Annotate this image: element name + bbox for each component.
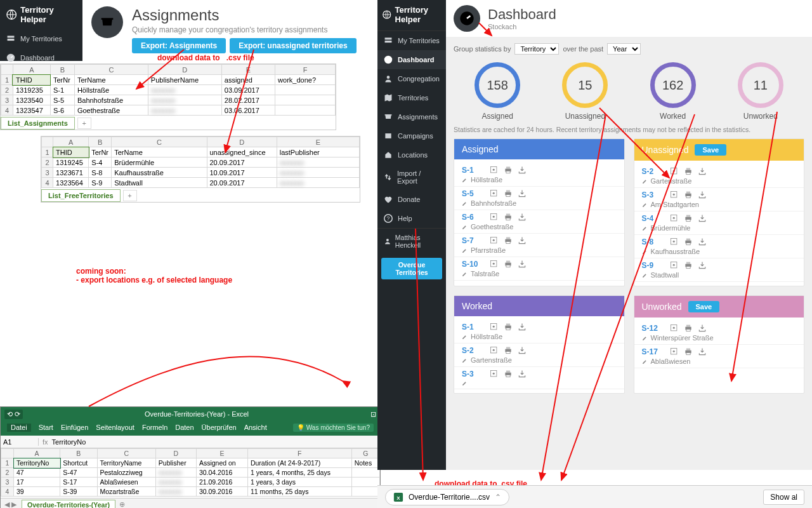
territory-row[interactable]: S-7Pfarrstraße: [454, 234, 624, 257]
ribbon-tab[interactable]: Überprüfen: [202, 424, 237, 432]
nav-my-territories[interactable]: My Territories: [0, 29, 82, 48]
download-icon[interactable]: [698, 324, 707, 333]
download-icon[interactable]: [518, 370, 527, 378]
map-icon[interactable]: [670, 190, 679, 199]
map-icon[interactable]: [490, 370, 499, 378]
territory-row[interactable]: S-4Brüdermühle: [634, 211, 804, 235]
excel-grid[interactable]: ABCDEFG1TerritoryNoShortcutTerritoryName…: [1, 448, 380, 498]
download-icon[interactable]: [698, 214, 707, 223]
export-assignments-button[interactable]: Export: Assignments: [132, 38, 226, 53]
map-icon[interactable]: [670, 324, 679, 333]
download-icon[interactable]: [698, 237, 707, 246]
map-icon[interactable]: [490, 213, 499, 222]
download-chip[interactable]: Overdue-Territorie....csv ⌃: [385, 489, 509, 505]
map-icon[interactable]: [490, 346, 499, 355]
sheet-tab[interactable]: List_FreeTerritories: [41, 189, 121, 202]
ribbon-tab[interactable]: Seitenlayout: [96, 424, 134, 432]
print-icon[interactable]: [684, 347, 693, 356]
map-icon[interactable]: [670, 214, 679, 223]
filter-period[interactable]: Year: [607, 43, 641, 55]
save-button[interactable]: Save: [688, 301, 720, 312]
add-sheet-button[interactable]: +: [77, 117, 91, 129]
nav-congregation[interactable]: Congregation: [377, 69, 446, 88]
excel-ribbon[interactable]: DateiStartEinfügenSeitenlayoutFormelnDat…: [1, 421, 380, 436]
show-all-button[interactable]: Show al: [763, 490, 804, 505]
tellme-box[interactable]: 💡 Was möchten Sie tun?: [293, 424, 374, 432]
print-icon[interactable]: [504, 370, 513, 378]
print-icon[interactable]: [684, 167, 693, 176]
download-icon[interactable]: [518, 260, 527, 269]
print-icon[interactable]: [504, 236, 513, 245]
map-icon[interactable]: [490, 236, 499, 245]
download-icon[interactable]: [518, 166, 527, 175]
print-icon[interactable]: [504, 189, 513, 198]
print-icon[interactable]: [504, 346, 513, 355]
download-icon[interactable]: [698, 190, 707, 199]
formula-bar[interactable]: TerritoryNo: [52, 438, 86, 446]
map-icon[interactable]: [670, 347, 679, 356]
ribbon-tab[interactable]: Formeln: [142, 424, 167, 432]
export-unassigned-button[interactable]: Export: unassigned territories: [230, 38, 356, 53]
nav-myTerritories[interactable]: My Territories: [377, 31, 446, 50]
nav-label: Import / Export: [397, 170, 440, 185]
user-chip[interactable]: Matthias Henckell: [377, 228, 446, 254]
print-icon[interactable]: [504, 260, 513, 269]
nav-help[interactable]: Help: [377, 209, 446, 228]
nav-campaigns[interactable]: Campaigns: [377, 126, 446, 145]
territory-row[interactable]: S-8Kaufhausstraße: [634, 235, 804, 258]
print-icon[interactable]: [504, 323, 513, 331]
map-icon[interactable]: [670, 261, 679, 270]
print-icon[interactable]: [504, 166, 513, 175]
add-sheet-button[interactable]: +: [123, 190, 137, 201]
nav-donate[interactable]: Donate: [377, 190, 446, 209]
sheet-tab[interactable]: List_Assignments: [1, 117, 75, 130]
download-icon[interactable]: [518, 236, 527, 245]
territory-row[interactable]: S-2Gartenstraße: [454, 344, 624, 367]
nav-locations[interactable]: Locations: [377, 145, 446, 164]
ribbon-tab[interactable]: Daten: [175, 424, 193, 432]
download-icon[interactable]: [518, 346, 527, 355]
territory-row[interactable]: S-1Höllstraße: [454, 320, 624, 344]
print-icon[interactable]: [684, 214, 693, 223]
print-icon[interactable]: [684, 324, 693, 333]
nav-importExport[interactable]: Import / Export: [377, 164, 446, 190]
map-icon[interactable]: [490, 189, 499, 198]
territory-row[interactable]: S-10Talstraße: [454, 257, 624, 281]
download-icon[interactable]: [698, 261, 707, 270]
nav-dashboard[interactable]: Dashboard: [377, 50, 446, 69]
download-icon[interactable]: [518, 189, 527, 198]
download-icon[interactable]: [518, 213, 527, 222]
ribbon-tab[interactable]: Datei: [7, 424, 31, 432]
territory-row[interactable]: S-6Goethestraße: [454, 210, 624, 234]
excel-namebox[interactable]: A1: [1, 438, 39, 446]
territory-row[interactable]: S-1Höllstraße: [454, 163, 624, 187]
download-icon[interactable]: [698, 347, 707, 356]
ribbon-tab[interactable]: Einfügen: [61, 424, 88, 432]
nav-territories[interactable]: Territories: [377, 88, 446, 107]
territory-row[interactable]: S-5Bahnhofstraße: [454, 187, 624, 210]
print-icon[interactable]: [684, 190, 693, 199]
overdue-territories-button[interactable]: Overdue Territories: [381, 258, 442, 279]
map-icon[interactable]: [490, 260, 499, 269]
map-icon[interactable]: [670, 167, 679, 176]
download-icon[interactable]: [698, 167, 707, 176]
download-icon[interactable]: [518, 323, 527, 331]
territory-row[interactable]: S-3: [454, 367, 624, 389]
print-icon[interactable]: [684, 261, 693, 270]
nav-assignments[interactable]: Assignments: [377, 107, 446, 126]
territory-row[interactable]: S-2Gartenstraße: [634, 164, 804, 188]
territory-row[interactable]: S-9Stadtwall: [634, 258, 804, 282]
map-icon[interactable]: [490, 323, 499, 331]
ribbon-tab[interactable]: Start: [39, 424, 53, 432]
print-icon[interactable]: [504, 213, 513, 222]
territory-row[interactable]: S-12Winterspürer Straße: [634, 321, 804, 345]
map-icon[interactable]: [670, 237, 679, 246]
territory-row[interactable]: S-3Am Stadtgarten: [634, 188, 804, 211]
map-icon[interactable]: [490, 166, 499, 175]
print-icon[interactable]: [684, 237, 693, 246]
save-button[interactable]: Save: [695, 144, 726, 156]
territory-row[interactable]: S-17Ablaßwiesen: [634, 345, 804, 368]
excel-sheet-tab[interactable]: Overdue-Territories-(Year): [22, 500, 115, 509]
ribbon-tab[interactable]: Ansicht: [244, 424, 267, 432]
filter-groupby[interactable]: Territory: [514, 43, 559, 55]
